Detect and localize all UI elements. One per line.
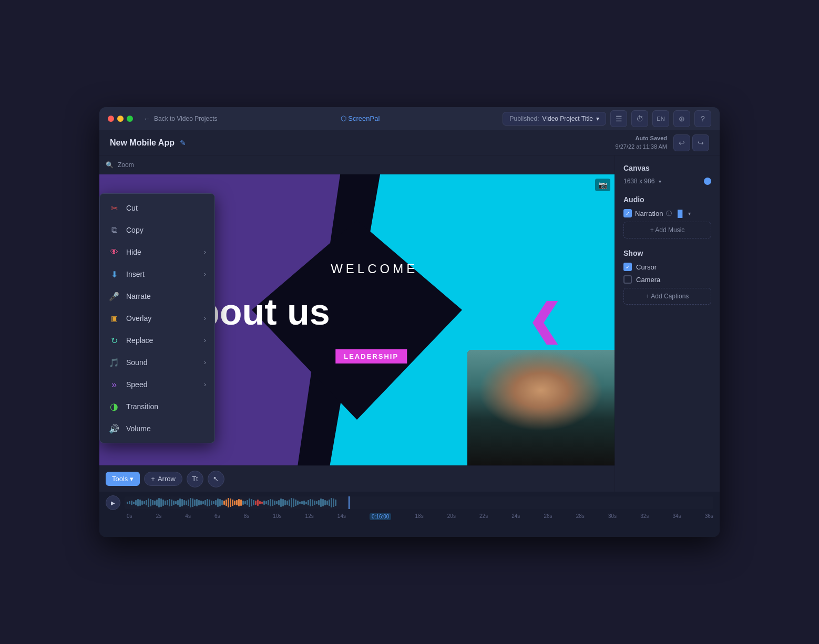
canvas-size-row: 1638 x 986 ▾ [623,178,711,185]
add-captions-button[interactable]: + Add Captions [623,288,711,305]
arrow-button[interactable]: + Arrow [144,472,182,486]
copy-icon: ⧉ [108,224,120,236]
menu-item-narrate[interactable]: 🎤 Narrate [100,285,214,307]
menu-label-volume: Volume [126,424,151,433]
stack-icon-btn[interactable]: ⊕ [673,110,690,127]
text-button[interactable]: Tt [187,471,203,487]
camera-label: Camera [636,276,660,284]
menu-label-overlay: Overlay [126,314,151,323]
overlay-icon: ▣ [108,313,120,324]
edit-title-icon[interactable]: ✎ [180,139,186,147]
cursor-tool-icon: ↖ [213,475,219,483]
playhead [349,496,350,509]
menu-label-sound: Sound [126,358,147,367]
cursor-checkbox[interactable]: ✓ [623,263,632,271]
back-button[interactable]: ← Back to Video Projects [144,115,218,123]
audio-bars-icon: ▐▌ [675,210,684,217]
context-menu: ✂ Cut ⧉ Copy 👁 Hide › ⬇ Insert [99,193,215,443]
speed-arrow-icon: › [204,381,206,388]
camera-overlay [467,350,615,465]
ruler-32s: 32s [640,513,649,520]
ruler-28s: 28s [576,513,585,520]
screenpal-logo: ⬡ ScreenPal [341,115,380,122]
menu-item-overlay[interactable]: ▣ Overlay › [100,307,214,329]
ruler-8s: 8s [244,513,250,520]
menu-item-replace[interactable]: ↻ Replace › [100,329,214,351]
back-arrow-icon: ← [144,115,151,123]
show-section: Show ✓ Cursor Camera + Add Captions [623,249,711,305]
auto-save-date: 9/27/22 at 11:38 AM [616,143,667,151]
layers-icon-btn[interactable]: ☰ [610,110,627,127]
add-music-label: + Add Music [650,226,685,234]
add-captions-label: + Add Captions [646,293,689,300]
canvas-color-dot[interactable] [704,178,711,185]
title-center: ⬡ ScreenPal [224,115,497,122]
zoom-bar: 🔍 Zoom [99,155,615,174]
waveform: (function() { const parent = document.cu… [125,496,713,509]
show-title: Show [623,249,711,257]
canvas-section: Canvas 1638 x 986 ▾ [623,164,711,185]
clock-icon-btn[interactable]: ⏱ [631,110,648,127]
sound-icon: 🎵 [108,357,120,368]
overlay-arrow-icon: › [204,315,206,322]
ruler-34s: 34s [672,513,681,520]
info-icon[interactable]: ⓘ [666,210,672,217]
menu-item-sound[interactable]: 🎵 Sound › [100,351,214,373]
minimize-button[interactable] [117,116,124,122]
auto-save: Auto Saved 9/27/22 at 11:38 AM [616,134,667,151]
cursor-tool-button[interactable]: ↖ [208,471,224,487]
published-label: Published: [509,115,539,122]
menu-item-volume[interactable]: 🔊 Volume [100,418,214,440]
undo-redo: ↩ ↪ [673,134,709,151]
title-bar: ← Back to Video Projects ⬡ ScreenPal Pub… [99,107,720,130]
timeline-track[interactable]: (function() { const parent = document.cu… [125,496,713,509]
undo-button[interactable]: ↩ [673,134,690,151]
menu-label-replace: Replace [126,336,153,345]
menu-item-hide[interactable]: 👁 Hide › [100,241,214,263]
speed-icon: » [108,379,120,390]
hide-arrow-icon: › [204,248,206,256]
canvas-title: Canvas [623,164,711,172]
menu-label-speed: Speed [126,380,147,389]
menu-label-cut: Cut [126,204,138,212]
narration-checkbox[interactable]: ✓ [623,209,632,217]
menu-item-speed[interactable]: » Speed › [100,373,214,396]
menu-item-cut[interactable]: ✂ Cut [100,197,214,219]
add-music-button[interactable]: + Add Music [623,222,711,238]
menu-item-copy[interactable]: ⧉ Copy [100,219,214,241]
ruler-36s: 36s [705,513,713,520]
camera-checkbox[interactable] [623,275,632,284]
project-bar: New Mobile App ✎ Auto Saved 9/27/22 at 1… [99,130,720,155]
redo-button[interactable]: ↪ [692,134,709,151]
auto-save-label: Auto Saved [616,134,667,142]
zoom-icon: 🔍 [106,161,114,169]
maximize-button[interactable] [127,116,133,122]
chevron-icon: ❮ [527,296,562,345]
ruler-4s: 4s [185,513,191,520]
project-name-title: Video Project Title [542,115,593,122]
canvas-dropdown-icon: ▾ [659,179,661,184]
insert-icon: ⬇ [108,268,120,280]
canvas-viewport[interactable]: ✂ Cut ⧉ Copy 👁 Hide › ⬇ Insert [99,174,615,465]
narration-label: Narration [635,210,663,217]
title-right: Published: Video Project Title ▾ ☰ ⏱ EN … [503,110,711,127]
play-button[interactable]: ▶ [106,495,120,510]
tools-button[interactable]: Tools ▾ [106,472,140,486]
ruler-0s: 0s [127,513,132,520]
publish-button[interactable]: Published: Video Project Title ▾ [503,112,606,126]
hide-icon: 👁 [108,246,120,258]
close-button[interactable] [108,116,114,122]
menu-label-copy: Copy [126,226,144,234]
cut-icon: ✂ [108,202,120,214]
insert-arrow-icon: › [204,271,206,278]
menu-item-insert[interactable]: ⬇ Insert › [100,263,214,285]
canvas-size-text: 1638 x 986 [623,178,654,185]
ruler-16s-active: 0:16:00 [370,513,391,520]
menu-item-transition[interactable]: ◑ Transition [100,396,214,418]
help-icon-btn[interactable]: ? [694,110,711,127]
camera-icon-btn[interactable]: 📷 [595,179,610,191]
app-window: ← Back to Video Projects ⬡ ScreenPal Pub… [99,107,720,537]
language-icon-btn[interactable]: EN [652,110,669,127]
tools-dropdown-icon: ▾ [130,475,134,483]
replace-icon: ↻ [108,335,120,346]
